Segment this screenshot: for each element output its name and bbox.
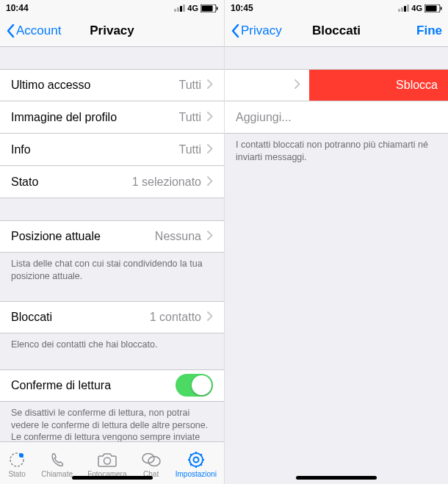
live-location-group: Posizione attuale Nessuna (0, 220, 224, 253)
blocked-contact-row[interactable]: Sblocca (225, 69, 448, 101)
read-receipts-group: Conferme di lettura (0, 369, 224, 402)
tab-chat[interactable]: Chat (142, 450, 161, 478)
network-label: 4G (411, 4, 422, 12)
gear-icon (187, 450, 206, 469)
back-button[interactable]: Account (6, 24, 61, 38)
tab-label: Stato (8, 470, 25, 478)
battery-icon (424, 4, 442, 12)
row-status[interactable]: Stato 1 selezionato (0, 166, 224, 198)
content: Ultimo accesso Tutti Immagine del profil… (0, 47, 224, 441)
row-value: Nessuna (155, 230, 201, 243)
row-value: 1 selezionato (132, 176, 201, 189)
chevron-left-icon (6, 24, 15, 38)
row-value: 1 contatto (150, 311, 201, 324)
row-label: Conferme di lettura (11, 379, 111, 392)
blocked-group: Bloccati 1 contatto (0, 301, 224, 333)
footer-live-location: Lista delle chat con cui stai condividen… (0, 253, 224, 288)
status-icon (7, 450, 26, 469)
row-label: Immagine del profilo (11, 111, 117, 124)
chat-icon (142, 450, 161, 469)
row-live-location[interactable]: Posizione attuale Nessuna (0, 220, 224, 253)
back-button[interactable]: Privacy (231, 24, 282, 38)
row-label: Posizione attuale (11, 230, 101, 243)
tab-label: Impostazioni (176, 470, 217, 478)
status-time: 10:44 (6, 3, 29, 13)
footer-blocked: Elenco dei contatti che hai bloccato. (0, 333, 224, 356)
row-value: Tutti (178, 79, 201, 92)
svg-rect-1 (202, 5, 213, 11)
svg-point-4 (19, 453, 24, 458)
tab-camera[interactable]: Fotocamera (87, 450, 126, 478)
tab-status[interactable]: Stato (7, 450, 26, 478)
blocked-screen: 10:45 4G Privacy Bloccati Fine Sblocca A… (224, 0, 448, 484)
svg-point-9 (193, 458, 198, 463)
chevron-right-icon (207, 230, 213, 243)
row-label: Ultimo accesso (11, 79, 90, 92)
chevron-right-icon (207, 176, 213, 189)
row-profile-image[interactable]: Immagine del profilo Tutti (0, 101, 224, 134)
status-indicators: 4G (174, 4, 218, 12)
content: Sblocca Aggiungi... I contatti bloccati … (225, 47, 448, 484)
read-receipts-switch[interactable] (176, 374, 213, 397)
svg-rect-19 (426, 5, 437, 11)
row-last-access[interactable]: Ultimo accesso Tutti (0, 69, 224, 101)
row-label: Bloccati (11, 311, 52, 324)
status-bar: 10:44 4G (0, 0, 224, 15)
blocked-list: Sblocca Aggiungi... (225, 69, 448, 134)
row-blocked[interactable]: Bloccati 1 contatto (0, 301, 224, 333)
chevron-right-icon (207, 111, 213, 124)
home-indicator[interactable] (296, 476, 377, 480)
phone-icon (48, 450, 67, 469)
status-indicators: 4G (398, 4, 442, 12)
privacy-group: Ultimo accesso Tutti Immagine del profil… (0, 69, 224, 198)
tab-settings[interactable]: Impostazioni (176, 450, 217, 478)
status-bar: 10:45 4G (225, 0, 448, 15)
chevron-left-icon (231, 24, 239, 38)
tab-label: Chiamate (41, 470, 73, 478)
contact-cell (225, 70, 309, 101)
row-label: Stato (11, 176, 38, 189)
tab-calls[interactable]: Chiamate (41, 450, 73, 478)
unblock-button[interactable]: Sblocca (309, 70, 448, 101)
row-read-receipts: Conferme di lettura (0, 369, 224, 402)
nav-bar: Privacy Bloccati Fine (225, 15, 448, 47)
network-label: 4G (187, 4, 198, 12)
privacy-screen: 10:44 4G Account Privacy Ultimo accesso … (0, 0, 224, 484)
back-label: Privacy (241, 24, 282, 38)
footer-read-receipts: Se disattivi le conferme di lettura, non… (0, 402, 224, 441)
svg-rect-2 (217, 7, 218, 10)
back-label: Account (16, 24, 61, 38)
done-button[interactable]: Fine (416, 24, 442, 38)
signal-icon (398, 4, 409, 12)
signal-icon (174, 4, 185, 12)
row-value: Tutti (178, 143, 201, 156)
chevron-right-icon (207, 79, 213, 92)
status-time: 10:45 (231, 3, 253, 13)
row-value: Tutti (178, 111, 201, 124)
home-indicator[interactable] (72, 476, 153, 480)
row-label: Info (11, 143, 31, 156)
row-info[interactable]: Info Tutti (0, 134, 224, 166)
svg-point-5 (104, 458, 110, 464)
add-contact-row[interactable]: Aggiungi... (225, 101, 448, 134)
chevron-right-icon (207, 311, 213, 324)
chevron-right-icon (295, 79, 300, 92)
footer-blocked-info: I contatti bloccati non potranno più chi… (225, 134, 448, 169)
svg-rect-20 (441, 7, 442, 10)
nav-bar: Account Privacy (0, 15, 224, 47)
camera-icon (98, 450, 117, 469)
chevron-right-icon (207, 143, 213, 156)
battery-icon (200, 4, 218, 12)
